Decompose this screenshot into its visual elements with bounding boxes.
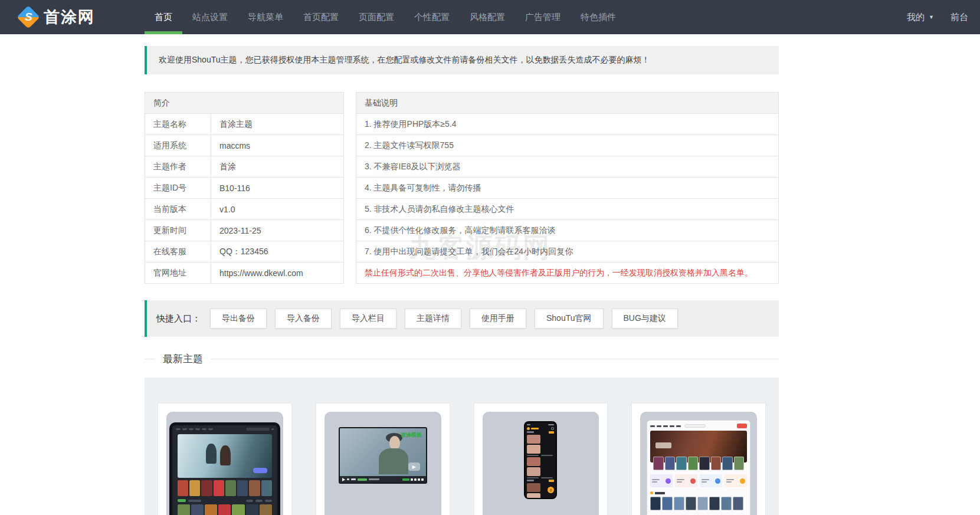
table-row: 官网地址 https://www.dkewl.com bbox=[145, 263, 344, 284]
theme-preview-image bbox=[647, 420, 750, 515]
notes-table-title: 基础说明 bbox=[356, 93, 779, 114]
welcome-alert: 欢迎使用ShouTu主题，您已获得授权使用本主题管理系统，在您配置或修改文件前请… bbox=[145, 46, 779, 74]
heading-line-right bbox=[211, 359, 779, 359]
row-label: 主题ID号 bbox=[145, 178, 211, 199]
table-row: 3. 不兼容IE8及以下浏览器 bbox=[356, 156, 779, 178]
theme-preview-image: ≡ bbox=[524, 421, 557, 499]
table-row: 在线客服 QQ：123456 bbox=[145, 241, 344, 263]
nav-item[interactable]: 广告管理 bbox=[515, 0, 571, 34]
row-value: https://www.dkewl.com bbox=[211, 263, 344, 284]
main-nav: 首页站点设置导航菜单首页配置页面配置个性配置风格配置广告管理特色插件 bbox=[145, 0, 626, 34]
quick-entry-button[interactable]: ShouTu官网 bbox=[535, 309, 604, 329]
player-watermark-text: 首涂模板 bbox=[401, 431, 422, 439]
nav-item[interactable]: 页面配置 bbox=[349, 0, 404, 34]
row-value: 2023-11-25 bbox=[211, 220, 344, 241]
nav-item[interactable]: 导航菜单 bbox=[238, 0, 293, 34]
theme-card-mobile-dark[interactable]: ≡ bbox=[474, 403, 608, 515]
notes-table: 基础说明 1. 推荐使用PHP版本≥5.42. 主题文件读写权限7553. 不兼… bbox=[356, 92, 779, 284]
nav-item[interactable]: 个性配置 bbox=[404, 0, 460, 34]
theme-preview-image: 首涂模板 ▶ bbox=[339, 427, 427, 484]
theme-card-desktop-dark[interactable] bbox=[158, 403, 292, 515]
row-value: v1.0 bbox=[211, 199, 344, 220]
nav-item[interactable]: 风格配置 bbox=[460, 0, 515, 34]
warning-row: 禁止任何形式的二次出售、分享他人等侵害作者及正版用户的行为，一经发现取消授权资格… bbox=[356, 263, 779, 284]
table-row: 5. 非技术人员请勿私自修改主题核心文件 bbox=[356, 199, 779, 220]
row-label: 主题名称 bbox=[145, 114, 211, 135]
nav-item[interactable]: 特色插件 bbox=[571, 0, 626, 34]
row-label: 官网地址 bbox=[145, 263, 211, 284]
quick-entry-button[interactable]: 主题详情 bbox=[405, 309, 461, 329]
latest-themes-heading: 最新主题 bbox=[145, 352, 779, 366]
info-tables: 简介 主题名称 首涂主题 适用系统 maccms 主题作者 首涂 主题ID号 B… bbox=[145, 92, 779, 284]
table-row: 1. 推荐使用PHP版本≥5.4 bbox=[356, 114, 779, 135]
quick-entry-button[interactable]: BUG与建议 bbox=[612, 309, 678, 329]
row-label: 在线客服 bbox=[145, 241, 211, 263]
heading-line-left bbox=[145, 359, 155, 359]
row-value: QQ：123456 bbox=[211, 241, 344, 263]
quick-entry-button[interactable]: 导入栏目 bbox=[340, 309, 396, 329]
player-controls bbox=[340, 476, 426, 483]
navbar: S 首涂网 首页站点设置导航菜单首页配置页面配置个性配置风格配置广告管理特色插件… bbox=[0, 0, 980, 34]
row-value: B10-116 bbox=[211, 178, 344, 199]
table-row: 7. 使用中出现问题请提交工单，我们会在24小时内回复你 bbox=[356, 241, 779, 263]
quick-entry-buttons: 导出备份导入备份导入栏目主题详情使用手册ShouTu官网BUG与建议 bbox=[202, 309, 678, 329]
themes-panel: 首涂模板 ▶ bbox=[145, 378, 779, 515]
theme-card-video-player[interactable]: 首涂模板 ▶ bbox=[316, 403, 450, 515]
table-row: 4. 主题具备可复制性，请勿传播 bbox=[356, 178, 779, 199]
theme-preview-placeholder: ≡ bbox=[483, 412, 599, 515]
row-label: 适用系统 bbox=[145, 135, 211, 156]
table-row: 当前版本 v1.0 bbox=[145, 199, 344, 220]
theme-preview-placeholder bbox=[166, 412, 283, 515]
frontend-link[interactable]: 前台 bbox=[950, 12, 968, 23]
nav-item[interactable]: 首页 bbox=[145, 0, 182, 34]
table-row: 主题名称 首涂主题 bbox=[145, 114, 344, 135]
table-row: 2. 主题文件读写权限755 bbox=[356, 135, 779, 156]
chevron-down-icon: ▼ bbox=[929, 14, 934, 20]
row-value: 首涂 bbox=[211, 156, 344, 178]
row-label: 更新时间 bbox=[145, 220, 211, 241]
logo-icon: S bbox=[17, 5, 40, 29]
table-row: 更新时间 2023-11-25 bbox=[145, 220, 344, 241]
row-label: 当前版本 bbox=[145, 199, 211, 220]
row-value: maccms bbox=[211, 135, 344, 156]
brand-logo[interactable]: S 首涂网 bbox=[20, 0, 95, 34]
main-content: 欢迎使用ShouTu主题，您已获得授权使用本主题管理系统，在您配置或修改文件前请… bbox=[145, 46, 779, 515]
table-row: 主题ID号 B10-116 bbox=[145, 178, 344, 199]
nav-item[interactable]: 首页配置 bbox=[293, 0, 349, 34]
section-title: 最新主题 bbox=[163, 352, 203, 366]
table-row: 主题作者 首涂 bbox=[145, 156, 344, 178]
quick-entry-button[interactable]: 导入备份 bbox=[275, 309, 332, 329]
notes-table-wrap: 基础说明 1. 推荐使用PHP版本≥5.42. 主题文件读写权限7553. 不兼… bbox=[356, 92, 779, 284]
theme-card-desktop-light[interactable] bbox=[631, 403, 766, 515]
nav-right: 我的 ▼ 前台 bbox=[907, 0, 968, 34]
intro-table-title: 简介 bbox=[145, 93, 344, 114]
my-dropdown-label: 我的 bbox=[907, 12, 925, 23]
quick-entry-button[interactable]: 使用手册 bbox=[470, 309, 526, 329]
quick-entry-bar: 快捷入口： 导出备份导入备份导入栏目主题详情使用手册ShouTu官网BUG与建议 bbox=[145, 300, 779, 337]
table-row: 适用系统 maccms bbox=[145, 135, 344, 156]
theme-preview-placeholder bbox=[640, 412, 757, 515]
quick-entry-label: 快捷入口： bbox=[156, 313, 201, 324]
theme-preview-image bbox=[169, 422, 280, 515]
row-label: 主题作者 bbox=[145, 156, 211, 178]
row-value: 首涂主题 bbox=[211, 114, 344, 135]
logo-text: 首涂网 bbox=[44, 6, 95, 28]
nav-item[interactable]: 站点设置 bbox=[182, 0, 238, 34]
my-dropdown[interactable]: 我的 ▼ bbox=[907, 12, 934, 23]
table-row: 6. 不提供个性化修改服务，高端定制请联系客服洽谈 bbox=[356, 220, 779, 241]
theme-preview-placeholder: 首涂模板 ▶ bbox=[325, 412, 441, 515]
quick-entry-button[interactable]: 导出备份 bbox=[210, 309, 267, 329]
play-button-icon: ▶ bbox=[408, 462, 420, 471]
intro-table: 简介 主题名称 首涂主题 适用系统 maccms 主题作者 首涂 主题ID号 B… bbox=[145, 92, 344, 284]
